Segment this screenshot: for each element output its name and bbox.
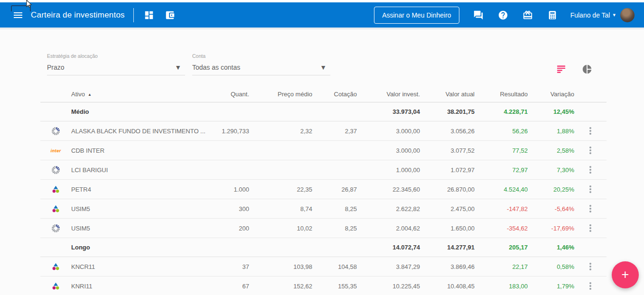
group-resultado: 205,17 <box>475 244 528 251</box>
group-row-longo: Longo 14.072,74 14.277,91 205,17 1,46% <box>40 238 607 257</box>
help-button[interactable] <box>497 9 509 21</box>
group-row-medio: Médio 33.973,04 38.201,75 4.228,71 12,45… <box>40 102 607 121</box>
b3-stock-icon <box>52 185 60 194</box>
chat-button[interactable] <box>473 9 484 21</box>
row-menu-button[interactable] <box>584 222 597 234</box>
row-menu-button[interactable] <box>584 203 597 215</box>
kebab-icon <box>589 130 591 132</box>
subscribe-button[interactable]: Assinar o Meu Dinheiro <box>374 7 459 24</box>
valor-invest-value: 2.622,82 <box>357 205 420 212</box>
resultado-value: 77,52 <box>475 147 528 154</box>
b3-stock-icon <box>52 263 60 271</box>
user-menu[interactable]: Fulano de Tal ▾ <box>570 8 635 22</box>
column-header-ativo[interactable]: Ativo▲ <box>71 91 211 98</box>
column-header-quant[interactable]: Quant. <box>211 91 249 98</box>
quant-value: 67 <box>211 283 249 290</box>
column-header-valor-atual[interactable]: Valor atual <box>420 91 475 98</box>
variacao-value: 1,79% <box>528 283 574 290</box>
preco-medio-value: 10,02 <box>249 225 312 232</box>
wallet-icon <box>165 10 175 20</box>
wallet-button[interactable] <box>164 9 176 21</box>
valor-invest-value: 3.847,29 <box>357 263 420 270</box>
column-header-cotacao[interactable]: Cotação <box>312 91 357 98</box>
valor-atual-value: 2.475,00 <box>420 205 475 212</box>
account-select-label: Conta <box>192 53 330 59</box>
group-valor-atual: 38.201,75 <box>420 108 475 115</box>
column-header-valor-invest[interactable]: Valor invest. <box>357 91 420 98</box>
valor-atual-value: 10.408,45 <box>420 283 475 290</box>
list-view-button[interactable] <box>556 64 567 74</box>
dropdown-arrow-icon: ▼ <box>175 64 181 71</box>
table-row[interactable]: KNCR11 37 103,98 104,58 3.847,29 3.869,4… <box>40 257 607 277</box>
quant-value: 200 <box>211 225 249 232</box>
row-menu-button[interactable] <box>584 280 597 292</box>
quant-value: 37 <box>211 263 249 270</box>
table-row[interactable]: PETR4 1.000 22,35 26,87 22.345,60 26.870… <box>40 180 607 199</box>
fund-icon <box>52 224 60 232</box>
plus-icon: + <box>622 267 629 282</box>
table-row[interactable]: USIM5 200 10,02 8,25 2.004,62 1.650,00 -… <box>40 219 607 238</box>
group-valor-invest: 33.973,04 <box>357 108 420 115</box>
valor-atual-value: 1.650,00 <box>420 225 475 232</box>
variacao-value: 20,25% <box>528 186 574 193</box>
row-menu-button[interactable] <box>584 164 597 176</box>
quant-value: 1.000 <box>211 186 249 193</box>
gift-button[interactable] <box>522 9 533 21</box>
strategy-select[interactable]: Estratégia de alocação Prazo ▼ <box>47 53 185 75</box>
group-name: Longo <box>71 244 211 251</box>
valor-invest-value: 3.000,00 <box>357 128 420 135</box>
fund-icon <box>52 166 60 174</box>
table-row[interactable]: inter CDB INTER 3.000,00 3.077,52 77,52 … <box>40 141 607 160</box>
pie-view-button[interactable] <box>582 64 592 74</box>
strategy-select-value: Prazo <box>47 64 65 71</box>
gift-icon <box>523 10 533 20</box>
resultado-value: 4.524,40 <box>475 186 528 193</box>
header-divider <box>133 8 134 22</box>
dashboard-button[interactable] <box>143 9 155 21</box>
asset-name: USIM5 <box>71 225 211 232</box>
variacao-value: 0,58% <box>528 263 574 270</box>
group-valor-invest: 14.072,74 <box>357 244 420 251</box>
column-header-preco-medio[interactable]: Preço médio <box>249 91 312 98</box>
app-header: Carteira de investimentos Assinar o Meu … <box>0 2 644 28</box>
caret-down-icon: ▾ <box>613 12 616 18</box>
main-content: Estratégia de alocação Prazo ▼ Conta Tod… <box>0 29 644 295</box>
column-header-resultado[interactable]: Resultado <box>475 91 528 98</box>
view-toggles <box>541 64 592 74</box>
quant-value: 1.290,733 <box>211 128 249 135</box>
variacao-value: -5,64% <box>528 205 574 212</box>
kebab-icon <box>589 266 591 267</box>
cotacao-value: 155,35 <box>312 283 357 290</box>
resultado-value: -147,82 <box>475 205 528 212</box>
preco-medio-value: 22,35 <box>249 186 312 193</box>
account-select-value: Todas as contas <box>192 64 240 71</box>
kebab-icon <box>589 149 591 151</box>
variacao-value: 7,30% <box>528 166 574 174</box>
kebab-icon <box>589 169 591 171</box>
table-row[interactable]: ALASKA BLACK FUNDO DE INVESTIMENTO ... 1… <box>40 121 607 141</box>
row-menu-button[interactable] <box>584 183 597 195</box>
dropdown-arrow-icon: ▼ <box>320 64 327 71</box>
valor-atual-value: 3.869,46 <box>420 263 475 270</box>
cotacao-value: 2,37 <box>312 128 357 135</box>
sort-asc-icon: ▲ <box>88 92 92 97</box>
add-button[interactable]: + <box>612 261 639 288</box>
calculator-button[interactable] <box>547 9 558 21</box>
row-menu-button[interactable] <box>584 125 597 137</box>
row-menu-button[interactable] <box>584 144 597 157</box>
cotacao-value: 8,25 <box>312 225 357 232</box>
user-name: Fulano de Tal <box>570 11 610 19</box>
account-select[interactable]: Conta Todas as contas ▼ <box>192 53 330 75</box>
table-row[interactable]: LCI BARIGUI 1.000,00 1.072,97 72,97 7,30… <box>40 160 607 180</box>
table-row[interactable]: KNRI11 67 152,62 155,35 10.225,45 10.408… <box>40 277 607 295</box>
page-title: Carteira de investimentos <box>31 10 125 20</box>
preco-medio-value: 8,74 <box>249 205 312 212</box>
row-menu-button[interactable] <box>584 260 597 273</box>
b3-stock-icon <box>52 205 60 213</box>
quant-value: 300 <box>211 205 249 212</box>
kebab-icon <box>589 285 591 287</box>
table-row[interactable]: USIM5 300 8,74 8,25 2.622,82 2.475,00 -1… <box>40 199 607 219</box>
calculator-icon <box>547 10 558 20</box>
column-header-variacao[interactable]: Variação <box>528 91 574 98</box>
preco-medio-value: 103,98 <box>249 263 312 270</box>
